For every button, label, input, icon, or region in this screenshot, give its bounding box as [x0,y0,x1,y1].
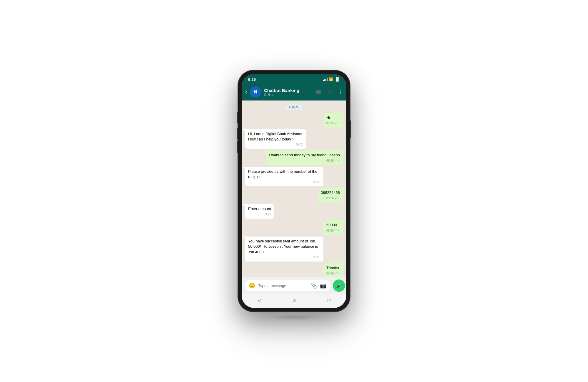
nav-recents-button[interactable]: □ [328,298,331,303]
message-text: 50000 [326,223,337,227]
message-bubble: 068224468 09:26 ✓✓ [318,188,343,203]
message-bubble: Enter amount 09:26 [245,204,274,218]
read-receipt-icon: ✓✓ [335,121,340,125]
bubble-meta: 09:26 ✓✓ [326,271,340,276]
read-receipt-icon: ✓✓ [335,271,340,276]
message-row: 50000 09:26 ✓✓ [323,220,343,235]
message-text: You have succesfull sent amount of Tsh. … [248,239,318,254]
message-time: 09:26 [326,159,334,163]
message-text: Hi [326,115,330,120]
nav-back-button[interactable]: ◁ [258,298,261,303]
nav-home-button[interactable]: ○ [293,297,296,304]
more-options-icon[interactable]: ⋮ [338,89,343,95]
message-bubble: Hi, I am a Digital Bank Assistant. How c… [245,129,306,149]
mic-icon: 🎤 [336,283,342,289]
bubble-meta: 09:26 ✓✓ [269,158,340,163]
back-button[interactable]: ‹ [245,89,247,95]
mic-button[interactable]: 🎤 [333,279,345,292]
attachment-icon[interactable]: 📎 [310,282,317,289]
contact-status: Online [264,93,312,96]
phone-screen: 9:25 📶 ▐▌ ‹ N Chatbot Banking [242,74,346,308]
page-wrapper: 9:25 📶 ▐▌ ‹ N Chatbot Banking [0,0,588,382]
signal-icon [323,78,328,81]
status-bar: 9:25 📶 ▐▌ [242,74,346,83]
read-receipt-icon: ✓✓ [335,228,340,233]
video-call-icon[interactable]: 📹 [315,89,321,95]
emoji-icon[interactable]: 🙂 [249,282,255,289]
bubble-meta: 09:26 [248,255,320,259]
chat-header: ‹ N Chatbot Banking Online 📹 📞 ⋮ [242,83,346,100]
input-box: 🙂 📎 📷 [245,280,330,291]
message-time: 09:26 [296,143,303,147]
message-time: 09:26 [326,229,334,233]
bubble-meta: 09:25 ✓✓ [326,121,340,125]
camera-icon[interactable]: 📷 [320,282,326,289]
message-bubble: Please provide us with the number of the… [245,167,323,186]
bubble-meta: 09:26 ✓✓ [326,228,340,233]
read-receipt-icon: ✓✓ [335,196,340,200]
message-time: 09:26 [326,272,334,276]
contact-name: Chatbot Banking [264,88,312,93]
input-bar: 🙂 📎 📷 🎤 [242,277,346,294]
message-row: You have succesfull sent amount of Tsh. … [245,237,323,262]
battery-icon: ▐▌ [335,77,340,81]
phone-frame: 9:25 📶 ▐▌ ‹ N Chatbot Banking [238,71,350,311]
header-actions: 📹 📞 ⋮ [315,89,343,95]
message-time: 09:26 [313,180,320,184]
message-time: 09:25 [326,121,334,125]
date-badge: TODAY [286,105,303,110]
read-receipt-icon: ✓✓ [335,158,340,163]
message-bubble: You have succesfull sent amount of Tsh. … [245,237,323,262]
status-time: 9:25 [248,77,256,82]
bubble-meta: 09:26 [248,212,271,217]
wifi-icon: 📶 [329,77,333,81]
message-text: I want to send money to my friend Joseph [269,153,340,157]
message-bubble: I want to send money to my friend Joseph… [266,150,343,165]
phone-reflection [265,314,323,320]
message-row: Hi 09:25 ✓✓ [323,113,343,128]
message-text: Please provide us with the number of the… [248,169,318,179]
message-time: 09:26 [264,212,271,217]
bubble-meta: 09:26 [248,180,320,184]
message-row: I want to send money to my friend Joseph… [266,150,343,165]
message-text: Hi, I am a Digital Bank Assistant. How c… [248,132,303,141]
message-time: 09:26 [313,255,320,259]
message-row: 068224468 09:26 ✓✓ [318,188,343,203]
message-time: 09:26 [326,196,334,200]
avatar: N [250,86,261,98]
bubble-meta: 09:26 [248,143,303,147]
message-row: Thanks 09:26 ✓✓ [323,263,343,277]
chat-area: TODAY Hi 09:25 ✓✓ Hi, I am a Digital Ban… [242,100,346,277]
message-bubble: Thanks 09:26 ✓✓ [323,263,343,277]
message-text: Enter amount [248,207,271,211]
message-row: Please provide us with the number of the… [245,167,323,186]
status-icons: 📶 ▐▌ [323,77,340,81]
message-bubble: Hi 09:25 ✓✓ [323,113,343,128]
message-row: Enter amount 09:26 [245,204,274,218]
message-row: Hi, I am a Digital Bank Assistant. How c… [245,129,306,149]
bubble-meta: 09:26 ✓✓ [321,196,340,200]
message-text: 068224468 [321,190,340,195]
message-text: Thanks [326,266,339,270]
message-bubble: 50000 09:26 ✓✓ [323,220,343,235]
message-input[interactable] [258,284,308,288]
contact-info: Chatbot Banking Online [264,88,312,96]
voice-call-icon[interactable]: 📞 [326,89,332,95]
nav-bar: ◁ ○ □ [242,294,346,308]
